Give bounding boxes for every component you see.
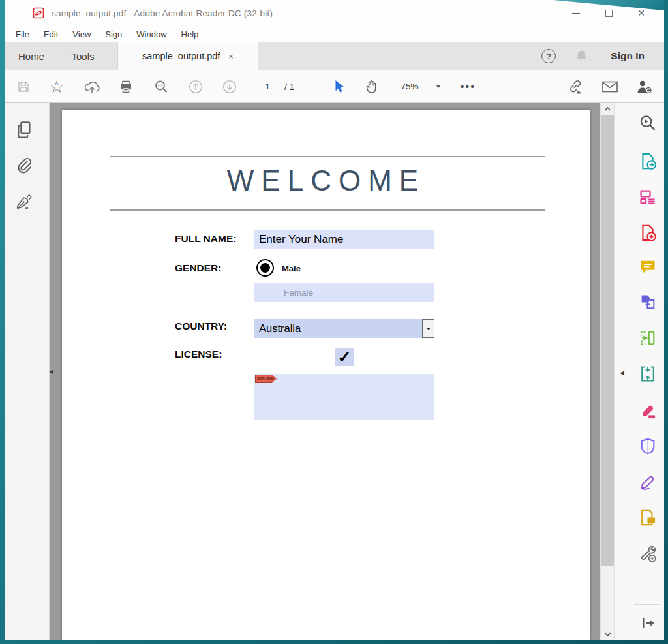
sign-here-tag[interactable]: SIGN HERE [255,375,277,383]
organize-pages-icon[interactable] [638,187,658,207]
minimize-button[interactable] [560,0,592,26]
country-dropdown-caret-icon [427,328,431,330]
share-link-icon[interactable] [565,70,586,102]
menu-file[interactable]: File [8,29,37,39]
workspace: ◄ WELCOME FULL NAME: Enter Your Name GEN… [5,103,664,640]
menu-edit[interactable]: Edit [37,29,65,39]
find-search-icon[interactable] [151,70,171,102]
scroll-down-icon[interactable] [601,628,615,640]
add-people-icon[interactable] [633,70,655,102]
sign-in-button[interactable]: Sign In [611,50,645,62]
tab-tools[interactable]: Tools [57,42,108,70]
scrollbar-thumb[interactable] [601,115,614,566]
window-title: sample_output.pdf - Adobe Acrobat Reader… [52,8,273,18]
compress-pdf-icon[interactable] [638,364,658,384]
favorites-star-icon[interactable]: ☆ [47,70,67,102]
rail-divider [634,142,660,142]
print-icon[interactable] [116,70,136,102]
create-pdf-icon[interactable] [638,223,658,243]
selection-pointer-icon[interactable] [329,70,348,102]
export-pdf-icon[interactable] [638,151,658,171]
menu-sign[interactable]: Sign [98,29,129,39]
country-dropdown[interactable]: Australia [254,319,422,338]
country-dropdown-button[interactable] [422,319,434,338]
fill-sign-icon[interactable] [638,472,658,492]
menu-help[interactable]: Help [174,29,206,39]
menu-view[interactable]: View [65,29,98,39]
gender-label: GENDER: [175,262,221,274]
next-page-icon[interactable] [220,70,239,102]
tab-home[interactable]: Home [5,42,57,70]
more-tools-wrench-icon[interactable] [638,544,658,564]
menu-bar: File Edit View Sign Window Help [5,26,664,42]
help-icon[interactable]: ? [541,49,556,63]
acrobat-app-icon [33,7,44,19]
tab-document-label: sample_output.pdf [142,51,220,61]
rail-divider [634,604,660,605]
scroll-up-icon[interactable] [601,103,615,115]
collapse-left-panel-icon[interactable]: ◄ [48,367,55,375]
zoom-level-dropdown[interactable]: 75% [391,78,428,95]
gender-radio-male-dot [260,263,270,273]
tab-document[interactable]: sample_output.pdf × [117,42,258,70]
tools-panel-rail: ◄ [614,103,664,640]
combine-files-icon[interactable] [638,292,658,312]
signature-field[interactable]: SIGN HERE [254,374,434,420]
previous-page-icon[interactable] [186,70,205,102]
page-count-label: / 1 [284,78,294,95]
share-cloud-upload-icon[interactable] [82,70,102,102]
save-icon[interactable] [14,70,33,102]
gender-female-field[interactable]: Female [254,283,434,302]
hand-tool-icon[interactable] [362,70,382,102]
search-tools-icon[interactable] [638,114,658,133]
pdf-page: WELCOME FULL NAME: Enter Your Name GENDE… [62,110,590,640]
signatures-pen-icon[interactable] [15,193,35,211]
attachments-paperclip-icon[interactable] [15,156,33,175]
gender-male-option-label: Male [282,264,301,273]
gender-radio-male[interactable] [256,259,274,277]
vertical-scrollbar[interactable] [600,103,614,640]
pdf-form-title: WELCOME [62,164,590,197]
left-panel-rail [5,103,50,640]
notifications-bell-icon[interactable] [575,49,588,64]
scan-ocr-icon[interactable] [638,328,658,348]
tab-bar: Home Tools sample_output.pdf × ? Sign In [5,42,664,70]
redact-icon[interactable] [638,401,658,421]
country-label: COUNTRY: [175,320,227,332]
tab-bar-right: ? Sign In [541,42,664,70]
comment-icon[interactable] [638,257,658,277]
title-bar: sample_output.pdf - Adobe Acrobat Reader… [5,0,664,26]
license-checkbox[interactable]: ✓ [335,348,354,366]
request-esignatures-icon[interactable] [638,508,658,527]
license-label: LICENSE: [175,348,222,360]
desktop-background: sample_output.pdf - Adobe Acrobat Reader… [0,0,668,644]
collapse-right-panel-icon[interactable]: ◄ [618,369,626,376]
zoom-caret-icon[interactable] [436,85,441,88]
title-rule-bottom [110,209,545,211]
full-name-input[interactable]: Enter Your Name [254,230,434,249]
expand-panel-icon[interactable] [638,613,658,633]
document-area: ◄ WELCOME FULL NAME: Enter Your Name GEN… [50,103,600,640]
menu-window[interactable]: Window [129,29,174,39]
tab-close-icon[interactable]: × [228,52,234,61]
title-rule-top [110,156,545,157]
more-tools-ellipsis-icon[interactable]: ••• [461,70,476,102]
email-icon[interactable] [600,70,620,102]
toolbar-separator [307,77,307,97]
page-number-input[interactable]: 1 [254,78,281,95]
protect-icon[interactable] [638,437,658,456]
full-name-label: FULL NAME: [175,233,236,245]
acrobat-window: sample_output.pdf - Adobe Acrobat Reader… [5,0,664,640]
page-thumbnails-icon[interactable] [15,120,33,140]
main-toolbar: ☆ [5,70,664,103]
